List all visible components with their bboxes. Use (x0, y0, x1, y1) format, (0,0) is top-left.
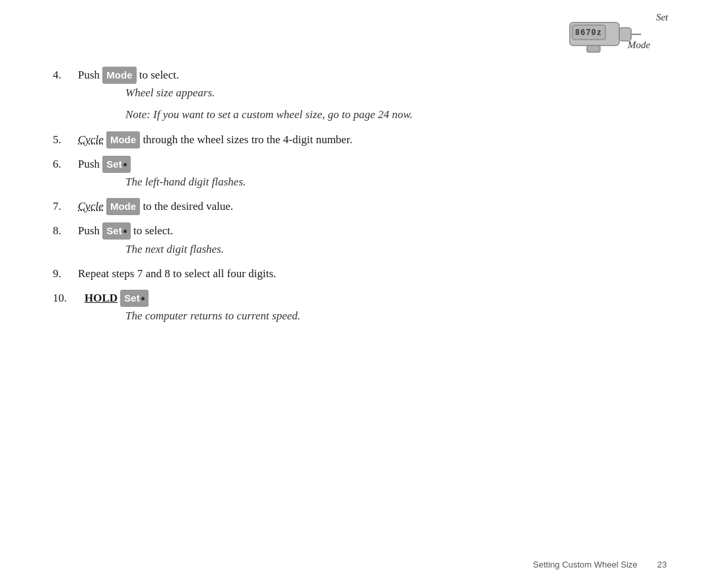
footer-page: 23 (658, 560, 667, 570)
step-6-text: Push Set (78, 155, 131, 173)
mode-button-4: Mode (102, 67, 136, 84)
step-10-line: 10. HOLD Set (53, 289, 660, 307)
step-4-desc2: Note: If you want to set a custom wheel … (53, 106, 660, 123)
step-6-line: 6. Push Set (53, 155, 660, 173)
step-10-desc: The computer returns to current speed. (53, 307, 660, 325)
svg-rect-4 (619, 28, 631, 41)
step-8-text: Push Set to select. (78, 222, 173, 240)
set-button-10: Set (120, 290, 148, 307)
step-7-number: 7. (53, 197, 78, 215)
device-graphic: 8670z Set Mode (568, 9, 668, 55)
step-9-line: 9. Repeat steps 7 and 8 to select all fo… (53, 265, 660, 282)
step-10-block: 10. HOLD Set The computer returns to cur… (53, 289, 660, 325)
step-6-number: 6. (53, 155, 78, 173)
svg-rect-3 (587, 46, 600, 52)
cycle-7: Cycle (78, 200, 104, 212)
step-8-block: 8. Push Set to select. The next digit fl… (53, 222, 660, 257)
step-5-text: Cycle Mode through the wheel sizes tro t… (78, 131, 353, 148)
cycle-5: Cycle (78, 133, 104, 146)
step-7-block: 7. Cycle Mode to the desired value. (53, 197, 660, 215)
step-4-number: 4. (53, 66, 78, 84)
step-9-block: 9. Repeat steps 7 and 8 to select all fo… (53, 265, 660, 282)
mode-button-7: Mode (106, 198, 140, 215)
mode-label: Mode (628, 40, 668, 51)
footer-title: Setting Custom Wheel Size (533, 560, 637, 570)
step-9-number: 9. (53, 265, 78, 282)
step-9-text: Repeat steps 7 and 8 to select all four … (78, 265, 276, 282)
step-5-block: 5. Cycle Mode through the wheel sizes tr… (53, 131, 660, 148)
step-8-number: 8. (53, 222, 78, 240)
svg-text:8670z: 8670z (575, 28, 602, 38)
step-8-desc: The next digit flashes. (53, 240, 660, 258)
set-label: Set (656, 12, 668, 22)
step-6-desc: The left-hand digit flashes. (53, 173, 660, 191)
step-10-number: 10. (53, 289, 85, 307)
hold-text: HOLD (85, 292, 118, 304)
step-7-line: 7. Cycle Mode to the desired value. (53, 197, 660, 215)
page-footer: Setting Custom Wheel Size 23 (533, 560, 667, 570)
step-8-line: 8. Push Set to select. (53, 222, 660, 240)
step-4-line: 4. Push Mode to select. (53, 66, 660, 84)
step-5-number: 5. (53, 131, 78, 148)
set-button-8: Set (102, 222, 130, 240)
step-7-text: Cycle Mode to the desired value. (78, 197, 233, 215)
set-button-6: Set (102, 156, 130, 173)
step-4-text: Push Mode to select. (78, 66, 179, 84)
step-4-desc1: Wheel size appears. (53, 84, 660, 102)
page-container: 8670z Set Mode 4. Push Mode to select. W… (0, 0, 713, 588)
step-4-block: 4. Push Mode to select. Wheel size appea… (53, 66, 660, 124)
step-5-line: 5. Cycle Mode through the wheel sizes tr… (53, 131, 660, 148)
step-10-text: HOLD Set (85, 289, 149, 307)
mode-button-5: Mode (106, 131, 140, 148)
main-content: 4. Push Mode to select. Wheel size appea… (53, 66, 660, 325)
step-6-block: 6. Push Set The left-hand digit flashes. (53, 155, 660, 191)
